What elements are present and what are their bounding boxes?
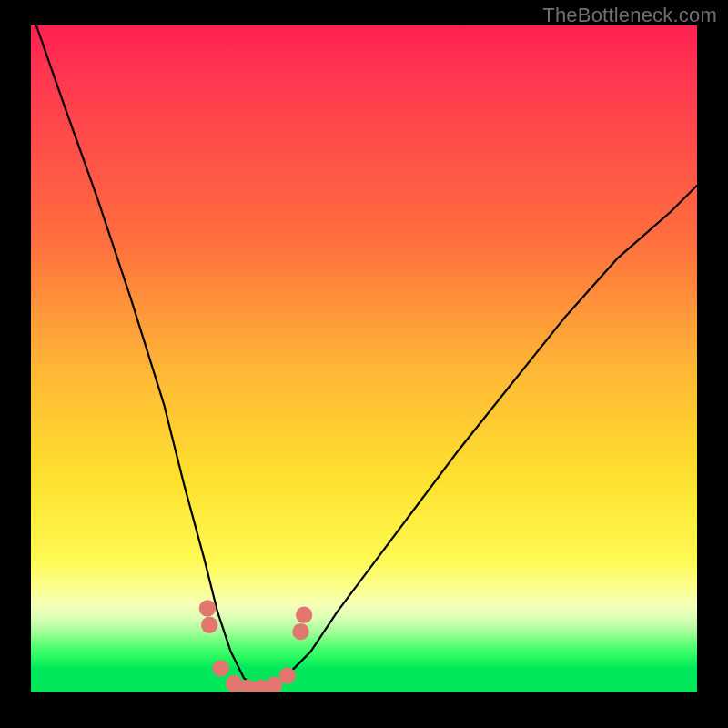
highlight-markers — [199, 600, 312, 692]
plot-area — [31, 25, 697, 692]
chart-svg — [31, 25, 697, 692]
chart-stage: TheBottleneck.com — [0, 0, 728, 728]
marker-point — [296, 607, 312, 623]
bottleneck-curve — [36, 25, 697, 688]
marker-point — [292, 623, 308, 640]
marker-point — [201, 617, 217, 633]
marker-point — [199, 600, 216, 616]
marker-point — [212, 660, 228, 676]
marker-point — [279, 667, 296, 683]
watermark-text: TheBottleneck.com — [542, 4, 717, 27]
